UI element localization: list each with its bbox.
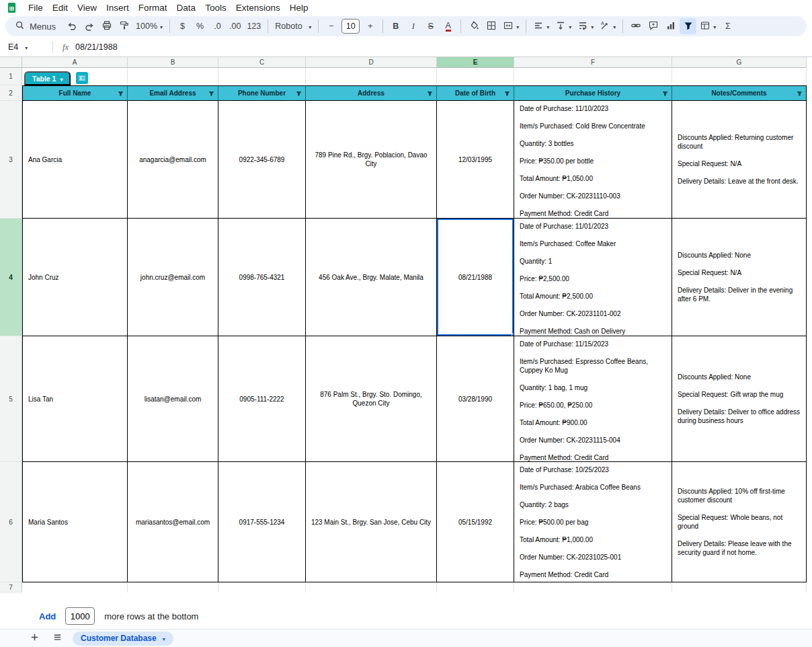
menu-file[interactable]: File xyxy=(24,2,48,13)
select-all-corner[interactable] xyxy=(0,57,22,68)
search-menus-button[interactable]: Menus xyxy=(11,17,63,35)
row-header-5[interactable]: 5 xyxy=(0,336,22,462)
cell-full-name[interactable]: Ana Garcia xyxy=(22,101,128,219)
strikethrough-button[interactable]: S xyxy=(422,18,439,34)
cell-phone[interactable]: 0922-345-6789 xyxy=(218,101,306,219)
column-filter-icon[interactable] xyxy=(661,89,669,97)
column-header-e-selected[interactable]: E xyxy=(437,57,514,68)
zoom-select[interactable]: 100% xyxy=(133,18,165,34)
cell-notes[interactable]: Discounts Applied: 10% off first-time cu… xyxy=(672,462,807,582)
sheets-logo-icon[interactable] xyxy=(7,2,17,13)
insert-comment-button[interactable] xyxy=(645,18,661,34)
add-rows-button[interactable]: Add xyxy=(39,611,56,621)
menu-data[interactable]: Data xyxy=(172,2,201,13)
cell-email[interactable]: anagarcia@email.com xyxy=(128,101,218,219)
format-percent-button[interactable]: % xyxy=(192,18,208,34)
more-formats-button[interactable]: 123 xyxy=(244,18,263,34)
menu-view[interactable]: View xyxy=(73,2,102,13)
cell-email[interactable]: lisatan@email.com xyxy=(128,336,218,462)
cell-f7[interactable] xyxy=(514,582,672,593)
paint-format-button[interactable] xyxy=(116,18,132,34)
bold-button[interactable]: B xyxy=(387,18,404,34)
row-header-7[interactable]: 7 xyxy=(0,582,22,593)
borders-button[interactable] xyxy=(483,18,499,34)
cell-phone[interactable]: 0917-555-1234 xyxy=(218,462,306,582)
header-email[interactable]: Email Address xyxy=(128,85,218,101)
header-date-of-birth[interactable]: Date of Birth xyxy=(437,85,514,101)
row-header-6[interactable]: 6 xyxy=(0,462,22,582)
font-select[interactable]: Roboto xyxy=(272,18,314,34)
cell-address[interactable]: 123 Main St., Brgy. San Jose, Cebu City xyxy=(306,462,437,582)
decrease-font-size-button[interactable]: − xyxy=(323,18,339,34)
header-purchase-history[interactable]: Purchase History xyxy=(514,85,672,101)
increase-font-size-button[interactable]: + xyxy=(362,18,378,34)
cell-purchase-history[interactable]: Date of Purchase: 11/10/2023 Item/s Purc… xyxy=(514,101,672,219)
column-filter-icon[interactable] xyxy=(426,89,434,97)
table-name-chip[interactable]: Table 1 xyxy=(24,71,71,85)
menu-extensions[interactable]: Extensions xyxy=(231,2,285,13)
redo-button[interactable] xyxy=(81,18,97,34)
menu-tools[interactable]: Tools xyxy=(200,2,231,13)
header-address[interactable]: Address xyxy=(306,85,437,101)
row-header-2[interactable]: 2 xyxy=(0,85,22,101)
column-header-d[interactable]: D xyxy=(306,57,437,68)
text-rotation-button[interactable]: A xyxy=(597,18,618,34)
column-header-f[interactable]: F xyxy=(514,57,672,68)
row-header-3[interactable]: 3 xyxy=(0,101,22,219)
cell-e1[interactable] xyxy=(437,68,514,85)
cell-date-of-birth-selected[interactable]: 08/21/1988 xyxy=(437,219,514,336)
menu-insert[interactable]: Insert xyxy=(102,2,134,13)
formula-input[interactable]: 08/21/1988 xyxy=(75,42,118,52)
cell-d7[interactable] xyxy=(306,582,437,593)
decrease-decimal-button[interactable]: .0 xyxy=(209,18,226,34)
text-wrap-button[interactable] xyxy=(575,18,596,34)
insert-chart-button[interactable] xyxy=(662,18,679,34)
cell-notes[interactable]: Discounts Applied: None Special Request:… xyxy=(672,219,807,336)
cell-g1[interactable] xyxy=(672,68,807,85)
cell-g7[interactable] xyxy=(672,582,807,593)
cell-purchase-history[interactable]: Date of Purchase: 11/15/2023 Item/s Purc… xyxy=(514,336,672,462)
cell-b1[interactable] xyxy=(128,68,218,85)
menu-format[interactable]: Format xyxy=(134,2,172,13)
cell-full-name[interactable]: Maria Santos xyxy=(22,462,128,582)
text-color-button[interactable]: A xyxy=(440,18,456,34)
cell-address[interactable]: 456 Oak Ave., Brgy. Malate, Manila xyxy=(306,219,437,336)
cell-address[interactable]: 789 Pine Rd., Brgy. Poblacion, Davao Cit… xyxy=(306,101,437,219)
undo-button[interactable] xyxy=(63,18,80,34)
insert-link-button[interactable] xyxy=(627,18,644,34)
column-header-g[interactable]: G xyxy=(672,57,807,68)
cell-date-of-birth[interactable]: 12/03/1995 xyxy=(437,101,514,219)
all-sheets-button[interactable] xyxy=(50,631,65,646)
cell-f1[interactable] xyxy=(514,68,672,85)
table-range-button[interactable] xyxy=(76,72,88,84)
header-full-name[interactable]: Full Name xyxy=(22,85,128,101)
add-sheet-button[interactable] xyxy=(27,631,42,646)
filter-views-button[interactable] xyxy=(697,18,719,34)
column-header-a[interactable]: A xyxy=(22,57,128,68)
cell-purchase-history[interactable]: Date of Purchase: 11/01/2023 Item/s Purc… xyxy=(514,219,672,336)
cell-full-name[interactable]: John Cruz xyxy=(22,219,128,336)
cell-phone[interactable]: 0905-111-2222 xyxy=(218,336,306,462)
column-header-c[interactable]: C xyxy=(218,57,306,68)
column-filter-icon[interactable] xyxy=(295,89,302,97)
name-box[interactable]: E4 xyxy=(0,42,52,52)
cell-email[interactable]: mariasantos@email.com xyxy=(128,462,218,582)
column-filter-icon[interactable] xyxy=(503,89,511,97)
italic-button[interactable]: I xyxy=(405,18,421,34)
column-filter-icon[interactable] xyxy=(117,89,124,97)
cell-notes[interactable]: Discounts Applied: Returning customer di… xyxy=(672,101,807,219)
cell-a7[interactable] xyxy=(22,582,128,593)
menu-help[interactable]: Help xyxy=(285,2,313,13)
merge-cells-button[interactable] xyxy=(500,18,522,34)
header-notes[interactable]: Notes/Comments xyxy=(672,85,807,101)
header-phone[interactable]: Phone Number xyxy=(218,85,306,101)
row-count-input[interactable] xyxy=(65,607,95,625)
fill-handle[interactable] xyxy=(512,334,514,336)
cell-date-of-birth[interactable]: 05/15/1992 xyxy=(437,462,514,582)
sheet-tab-customer-database[interactable]: Customer Database xyxy=(73,632,173,646)
fill-color-button[interactable] xyxy=(465,18,482,34)
column-filter-icon[interactable] xyxy=(796,89,803,97)
cell-c1[interactable] xyxy=(218,68,306,85)
create-filter-button[interactable] xyxy=(680,18,696,34)
cell-b7[interactable] xyxy=(128,582,218,593)
